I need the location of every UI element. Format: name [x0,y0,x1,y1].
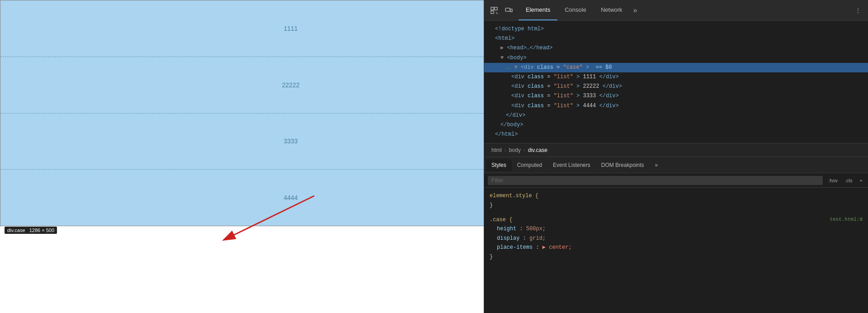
dom-line-body[interactable]: ▼ <body> [484,53,868,63]
styles-more-button[interactable]: » [649,159,663,171]
breadcrumb-sep-1: › [505,147,506,153]
cell-2-text: 22222 [282,81,300,89]
dom-tree: <!doctype html> <html> ▶ <head>…</head> … [484,21,868,143]
red-arrow [217,191,316,247]
devtools-topbar: Elements Console Network » ⋮ [484,0,868,21]
breadcrumb-div-case[interactable]: div.case [526,146,549,154]
dom-line-html[interactable]: <html> [484,34,868,43]
tab-event-listeners[interactable]: Event Listeners [547,159,596,171]
dom-line-div-case[interactable]: … ▼ <div class = "case" > == $0 [484,63,868,72]
styles-panel: Styles Computed Event Listeners DOM Brea… [484,157,868,313]
breadcrumb: html › body › div.case [484,143,868,157]
tab-console[interactable]: Console [557,0,594,20]
svg-line-5 [496,12,498,14]
svg-line-1 [231,196,314,237]
styles-tab-bar: Styles Computed Event Listeners DOM Brea… [484,157,868,173]
tab-network[interactable]: Network [594,0,630,20]
preview-cell-2: 22222 [0,57,484,114]
style-prop-display: display : grid; [490,234,863,243]
svg-rect-6 [505,8,510,11]
style-prop-height: height : 500px; [490,224,863,233]
devtools-panel: Elements Console Network » ⋮ <!doctype h… [484,0,868,313]
breadcrumb-html[interactable]: html [490,146,504,154]
div-label-name: div.case [7,228,25,233]
breadcrumb-body[interactable]: body [507,146,523,154]
devtools-topbar-right: ⋮ [852,4,864,17]
dom-line-list-1[interactable]: <div class = "list" > 1111 </div> [484,72,868,82]
tabs-more-button[interactable]: » [630,0,641,20]
devtools-icons [488,4,515,17]
device-icon[interactable] [502,4,515,17]
style-source-case: test.html:8 [830,215,863,224]
dom-line-body-close[interactable]: </body> [484,120,868,130]
preview-cell-1: 1111 [0,0,484,57]
devtools-tabs: Elements Console Network » [519,0,641,20]
tab-styles[interactable]: Styles [486,159,512,171]
dom-line-list-4[interactable]: <div class = "list" > 4444 </div> [484,101,868,111]
inspect-icon[interactable] [488,4,500,17]
style-selector-case: .case { [490,217,512,223]
settings-icon[interactable]: ⋮ [852,4,864,17]
style-prop-place-items: place-items : ▶ center; [490,243,863,252]
style-selector-case-row: test.html:8 .case { [490,215,863,224]
dom-line-head[interactable]: ▶ <head>…</head> [484,43,868,53]
svg-rect-4 [491,11,494,14]
filter-cls-button[interactable]: .cls [843,177,854,184]
styles-filter-input[interactable] [488,176,823,185]
dom-line-div-close[interactable]: </div> [484,111,868,120]
tab-elements[interactable]: Elements [519,0,557,20]
cell-3-text: 3333 [283,138,297,145]
style-close-case: } [490,252,863,261]
styles-filter-row: :hov .cls + [484,173,868,188]
tab-computed[interactable]: Computed [512,159,547,171]
tab-dom-breakpoints[interactable]: DOM Breakpoints [596,159,650,171]
svg-rect-2 [491,7,494,10]
preview-cell-3: 3333 [0,114,484,170]
style-block-case: test.html:8 .case { height : 500px; disp… [490,215,863,261]
dom-line-list-2[interactable]: <div class = "list" > 22222 </div> [484,82,868,91]
style-block-element: element.style { } [490,191,863,210]
style-close-element: } [490,201,863,210]
cell-1-text: 1111 [283,25,297,32]
dom-line-list-3[interactable]: <div class = "list" > 3333 </div> [484,91,868,101]
breadcrumb-sep-2: › [524,147,525,153]
dom-line-html-close[interactable]: </html> [484,130,868,139]
dom-line-doctype[interactable]: <!doctype html> [484,24,868,34]
filter-add-button[interactable]: + [858,177,864,184]
filter-hov-button[interactable]: :hov [826,177,840,184]
style-selector-element: element.style { [490,191,863,200]
div-label-tooltip: div.case 1286 × 500 [5,227,57,234]
div-label-size: 1286 × 500 [29,228,54,233]
webpage-preview: 1111 22222 3333 4444 div.case 1286 × 500 [0,0,484,313]
svg-rect-7 [510,9,512,12]
svg-rect-3 [495,7,497,10]
styles-content: element.style { } test.html:8 .case { he… [484,188,868,313]
